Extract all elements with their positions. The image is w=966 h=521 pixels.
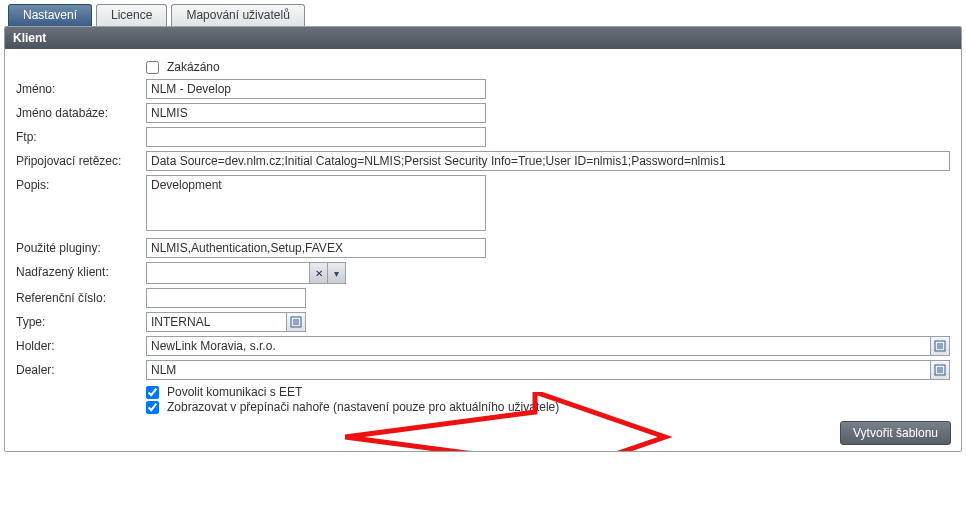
tab-user-mapping[interactable]: Mapování uživatelů bbox=[171, 4, 304, 26]
tab-bar: Nastavení Licence Mapování uživatelů bbox=[4, 4, 962, 26]
switcher-label: Zobrazovat v přepínači nahoře (nastavení… bbox=[167, 400, 559, 414]
picker-holder[interactable] bbox=[930, 336, 950, 356]
input-type[interactable] bbox=[146, 312, 286, 332]
input-holder[interactable] bbox=[146, 336, 930, 356]
label-parent: Nadřazený klient: bbox=[13, 260, 143, 286]
eet-checkbox-row[interactable]: Povolit komunikaci s EET bbox=[146, 385, 950, 399]
label-conn: Připojovací retězec: bbox=[13, 149, 143, 173]
label-holder: Holder: bbox=[13, 334, 143, 358]
input-db[interactable] bbox=[146, 103, 486, 123]
input-plugins[interactable] bbox=[146, 238, 486, 258]
disabled-label: Zakázáno bbox=[167, 60, 220, 74]
label-popis: Popis: bbox=[13, 173, 143, 236]
label-dealer: Dealer: bbox=[13, 358, 143, 382]
label-type: Type: bbox=[13, 310, 143, 334]
list-icon bbox=[290, 316, 302, 328]
client-panel: Klient Zakázáno Jméno: Jméno databáz bbox=[4, 26, 962, 452]
input-conn[interactable] bbox=[146, 151, 950, 171]
disabled-checkbox[interactable] bbox=[146, 61, 159, 74]
list-icon bbox=[934, 340, 946, 352]
picker-type[interactable] bbox=[286, 312, 306, 332]
list-icon bbox=[934, 364, 946, 376]
combo-parent-clear[interactable]: ✕ bbox=[309, 263, 327, 283]
label-db: Jméno databáze: bbox=[13, 101, 143, 125]
combo-parent-input[interactable] bbox=[147, 263, 309, 283]
disabled-checkbox-row[interactable]: Zakázáno bbox=[146, 60, 950, 74]
label-plugins: Použité pluginy: bbox=[13, 236, 143, 260]
close-icon: ✕ bbox=[315, 268, 323, 279]
panel-title: Klient bbox=[5, 27, 961, 49]
switcher-checkbox-row[interactable]: Zobrazovat v přepínači nahoře (nastavení… bbox=[146, 400, 950, 414]
label-ftp: Ftp: bbox=[13, 125, 143, 149]
picker-dealer[interactable] bbox=[930, 360, 950, 380]
combo-parent-dropdown[interactable]: ▾ bbox=[327, 263, 345, 283]
chevron-down-icon: ▾ bbox=[334, 268, 339, 279]
input-ftp[interactable] bbox=[146, 127, 486, 147]
textarea-popis[interactable]: Development bbox=[146, 175, 486, 231]
input-jmeno[interactable] bbox=[146, 79, 486, 99]
tab-license[interactable]: Licence bbox=[96, 4, 167, 26]
eet-label: Povolit komunikaci s EET bbox=[167, 385, 302, 399]
eet-checkbox[interactable] bbox=[146, 386, 159, 399]
label-refnum: Referenční číslo: bbox=[13, 286, 143, 310]
create-template-button[interactable]: Vytvořit šablonu bbox=[840, 421, 951, 445]
label-jmeno: Jméno: bbox=[13, 77, 143, 101]
input-refnum[interactable] bbox=[146, 288, 306, 308]
switcher-checkbox[interactable] bbox=[146, 401, 159, 414]
combo-parent[interactable]: ✕ ▾ bbox=[146, 262, 346, 284]
tab-settings[interactable]: Nastavení bbox=[8, 4, 92, 26]
input-dealer[interactable] bbox=[146, 360, 930, 380]
